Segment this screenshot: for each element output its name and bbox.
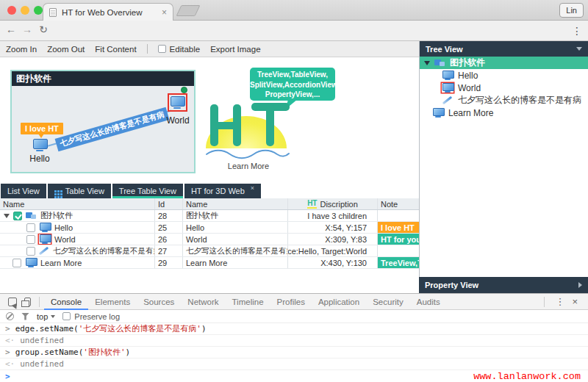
cell-description: X:54, Y:157 [288,222,378,233]
profile-button[interactable]: Lin [559,3,584,18]
devtools-tab-profiles[interactable]: Profiles [270,294,312,310]
cell-note: TreeView,Ta [378,257,419,268]
preserve-log-checkbox[interactable] [62,312,71,320]
table-row[interactable]: Learn More 29 Learn More X:430, Y:130 Tr… [0,257,419,269]
command-marker: > [5,324,10,334]
row-checkbox[interactable] [26,247,35,256]
console-prompt-row[interactable]: > www.lanlanwork.com [0,370,588,382]
group-title[interactable]: 图扑软件 [12,71,194,86]
cell-name: 图扑软件 [40,210,73,221]
tree-view-header[interactable]: Tree View [420,41,588,57]
tree-view-title: Tree View [426,45,463,54]
clear-console-icon[interactable] [6,312,14,320]
note-badge: HT for your [378,234,419,245]
table-row[interactable]: World 26 World X:309, Y:83 HT for your [0,234,419,245]
devtools-menu-icon[interactable]: ⋮ [549,296,570,307]
property-view-header[interactable]: Property View [419,277,588,293]
filter-icon[interactable] [21,313,29,320]
devtools-tab-console[interactable]: Console [44,294,88,310]
editable-checkbox[interactable] [158,45,166,53]
inspect-element-icon[interactable] [8,298,17,306]
cell-name2: 七夕写这么长的博客是不是有病 [183,245,288,256]
devtools-tab-security[interactable]: Security [366,294,410,310]
zoom-out-button[interactable]: Zoom Out [47,45,85,54]
property-view-panel: Property View [419,277,588,293]
tab-close-icon[interactable]: × [251,184,254,192]
hello-node-icon[interactable] [32,139,47,151]
browser-tab[interactable]: HT for Web Overview × [43,3,173,21]
devtools-tab-sources[interactable]: Sources [137,294,181,310]
row-checkbox-checked[interactable] [13,212,22,220]
device-toolbar-icon[interactable] [24,298,31,306]
tab-ht-for-3d-web[interactable]: HT for 3D Web × [184,184,261,198]
close-window-button[interactable] [7,6,16,15]
browser-menu-icon[interactable]: ⋮ [572,25,582,37]
monitor-icon [442,71,453,80]
header-discription[interactable]: HT Discription [288,198,378,209]
row-checkbox[interactable] [26,235,35,244]
edge-label[interactable]: 七夕写这么长的博客是不是有病 [55,107,170,152]
minimize-window-button[interactable] [21,6,29,15]
world-node-icon[interactable] [170,96,184,109]
editable-checkbox-item[interactable]: Editable [158,45,201,54]
table-row[interactable]: 七夕写这么长的博客是不是有病 27 七夕写这么长的博客是不是有病 Source:… [0,245,419,257]
export-image-button[interactable]: Export Image [210,45,260,54]
watermark-text: www.lanlanwork.com [473,371,581,382]
tree-item-label: 七夕写这么长的博客是不是有病 [458,94,581,107]
row-checkbox[interactable] [12,259,21,267]
learn-more-node[interactable]: Learn More [219,162,278,170]
reload-icon[interactable]: ↻ [37,24,50,35]
row-checkbox[interactable] [26,223,35,232]
expand-triangle-icon[interactable] [4,214,10,218]
tab-tree-table-view[interactable]: Tree Table View [112,184,183,198]
back-icon[interactable]: ← [4,24,18,35]
table-row[interactable]: 图扑软件 28 图扑软件 I have 3 children [0,210,419,222]
result-value: undefined [20,336,64,345]
fit-content-button[interactable]: Fit Content [95,45,136,54]
graph-canvas[interactable]: 图扑软件 七夕写这么长的博客是不是有病 I love HT Hello Worl… [0,57,419,182]
header-name[interactable]: Name [0,198,155,209]
devtools-tab-audits[interactable]: Audits [410,294,447,310]
devtools-close-icon[interactable]: × [570,296,584,307]
world-pin-icon [181,87,187,93]
cell-id: 29 [155,257,183,268]
group-node[interactable]: 图扑软件 七夕写这么长的博客是不是有病 I love HT Hello Worl… [10,70,196,173]
hello-node-label: Hello [24,154,56,164]
zoom-in-button[interactable]: Zoom In [6,45,37,54]
devtools-tab-network[interactable]: Network [181,294,225,310]
forward-icon[interactable]: → [21,24,34,35]
zoom-window-button[interactable] [34,6,43,15]
devtools-tab-elements[interactable]: Elements [88,294,137,310]
preserve-log-checkbox-item[interactable]: Preserve log [62,312,120,321]
table-row[interactable]: Hello 25 Hello X:54, Y:157 I love HT [0,222,419,234]
header-note[interactable]: Note [378,198,419,209]
tree-item-label: 图扑软件 [450,57,485,69]
tab-list-view[interactable]: List View [1,184,46,198]
cell-name: 七夕写这么长的博客是不是有病 [53,246,155,256]
tree-item-group[interactable]: 图扑软件 [420,57,588,69]
tree-item-world[interactable]: World [420,82,588,94]
header-name2[interactable]: Name [183,198,288,209]
group-body: 七夕写这么长的博客是不是有病 I love HT Hello World [12,86,194,172]
toolbar-separator [39,297,40,307]
tab-table-view[interactable]: Table View [48,184,111,198]
tree-item-edge[interactable]: 七夕写这么长的博客是不是有病 [420,94,588,107]
command-code: edge.setName( [15,324,79,334]
cell-id: 27 [155,245,183,256]
cell-name: Hello [54,223,73,232]
devtools-tab-timeline[interactable]: Timeline [226,294,270,310]
devtools-tab-application[interactable]: Application [312,294,366,310]
note-badge: I love HT [378,222,419,233]
collapse-panel-icon[interactable] [576,47,582,51]
expand-triangle-icon[interactable] [424,61,430,65]
tree-item-hello[interactable]: Hello [420,69,588,82]
expand-panel-icon[interactable] [578,282,582,288]
execution-context-select[interactable]: top [37,312,55,321]
cell-note: I love HT [378,222,419,233]
new-tab-button[interactable] [176,5,201,16]
tree-item-learn-more[interactable]: Learn More [420,107,588,119]
tab-close-icon[interactable]: × [162,8,167,17]
tab-label: Tree Table View [119,187,176,195]
header-id[interactable]: Id [155,198,183,209]
cell-note: HT for your [378,234,419,245]
